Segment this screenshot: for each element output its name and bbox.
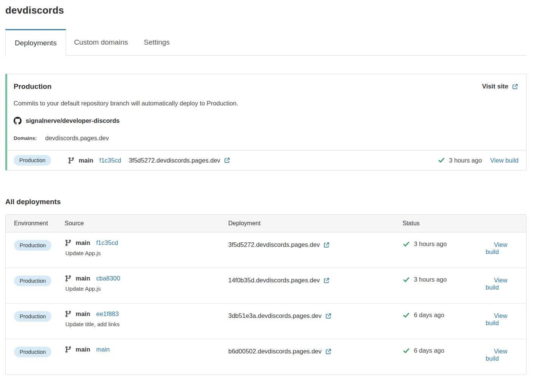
domains-value: devdiscords.pages.dev [45,135,109,142]
deployments-table-body: Production main f1c35cd Update App.js 3f… [6,232,526,375]
environment-badge: Production [14,311,51,322]
github-icon [14,117,22,125]
column-status: Status [402,220,486,227]
table-row: Production main ee1f883 Update title, ad… [6,304,526,339]
external-link-icon [512,83,519,90]
status-time: 6 days ago [414,311,444,319]
production-description: Commits to your default repository branc… [14,100,519,107]
tab-custom-domains[interactable]: Custom domains [66,29,136,55]
repo-link[interactable]: signalnerve/developer-discords [14,117,519,125]
view-build-link[interactable]: View build [486,348,507,362]
environment-badge: Production [14,276,51,286]
status-time: 3 hours ago [449,157,482,164]
deployment-url-link[interactable]: 3f5d5272.devdiscords.pages.dev [129,157,231,164]
tab-bar: Deployments Custom domains Settings [5,29,526,56]
tab-deployments[interactable]: Deployments [5,29,66,56]
git-branch-icon [65,239,72,246]
commit-link[interactable]: f1c35cd [96,239,118,246]
branch-name: main [79,157,93,164]
deployment-url: b6d00502.devdiscords.pages.dev [228,348,322,355]
domains-label: Domains: [14,135,37,141]
commit-link[interactable]: main [96,346,110,353]
external-link-icon [323,242,330,248]
git-branch-icon [65,275,72,282]
environment-badge: Production [14,155,51,166]
deployment-url: 14f0b35d.devdiscords.pages.dev [228,277,320,284]
all-deployments-title: All deployments [5,198,526,206]
view-build-link[interactable]: View build [490,157,519,164]
commit-link[interactable]: ee1f883 [96,310,119,318]
repo-name: signalnerve/developer-discords [26,117,120,124]
external-link-icon [325,313,332,319]
branch-name: main [76,239,90,246]
deployment-url-link[interactable]: 3f5d5272.devdiscords.pages.dev [228,241,330,248]
view-build-link[interactable]: View build [486,312,507,326]
deployment-url: 3f5d5272.devdiscords.pages.dev [228,241,320,248]
column-source: Source [65,220,228,227]
git-branch-icon [65,310,72,318]
success-check-icon [402,241,410,248]
deployment-url: 3f5d5272.devdiscords.pages.dev [129,157,220,164]
commit-message: Update App.js [65,250,228,256]
external-link-icon [325,348,332,355]
commit-link[interactable]: f1c35cd [99,157,121,164]
success-check-icon [402,276,410,283]
environment-badge: Production [14,347,51,357]
view-build-link[interactable]: View build [486,241,507,255]
production-card-title: Production [14,82,51,91]
deployment-url-link[interactable]: 3db51e3a.devdiscords.pages.dev [228,312,332,319]
deployments-table: Environment Source Deployment Status Pro… [5,214,526,375]
view-build-link[interactable]: View build [486,277,507,291]
status-time: 3 hours ago [414,240,447,248]
column-environment: Environment [14,220,65,227]
table-row: Production main f1c35cd Update App.js 3f… [6,232,526,268]
commit-message: Update title, add links [65,321,228,327]
success-check-icon [402,312,410,319]
table-header: Environment Source Deployment Status [6,215,526,232]
production-card: Production Visit site Commits to your de… [5,74,526,170]
table-row: Production main main b6d00502.devdiscord… [6,339,526,375]
deployment-url-link[interactable]: 14f0b35d.devdiscords.pages.dev [228,277,330,284]
branch-name: main [76,346,90,353]
page-title: devdiscords [5,5,526,16]
git-branch-icon [65,346,72,353]
external-link-icon [323,277,330,284]
visit-site-link[interactable]: Visit site [482,83,519,90]
deployment-url-link[interactable]: b6d00502.devdiscords.pages.dev [228,348,332,355]
external-link-icon [224,157,231,164]
production-deployment-row: Production main f1c35cd 3f5d5272.devdisc… [7,150,526,170]
status-time: 6 days ago [414,347,444,354]
status-time: 3 hours ago [414,276,447,283]
git-branch-icon [68,157,75,164]
tab-settings[interactable]: Settings [136,29,178,55]
success-check-icon [402,347,410,354]
table-row: Production main cba8300 Update App.js 14… [6,268,526,304]
visit-site-label: Visit site [482,83,508,90]
deployment-url: 3db51e3a.devdiscords.pages.dev [228,312,322,319]
commit-link[interactable]: cba8300 [96,275,120,282]
branch-name: main [76,310,90,318]
success-check-icon [438,157,445,164]
column-deployment: Deployment [228,220,402,227]
commit-message: Update App.js [65,285,228,292]
branch-name: main [76,275,90,282]
environment-badge: Production [14,240,51,251]
